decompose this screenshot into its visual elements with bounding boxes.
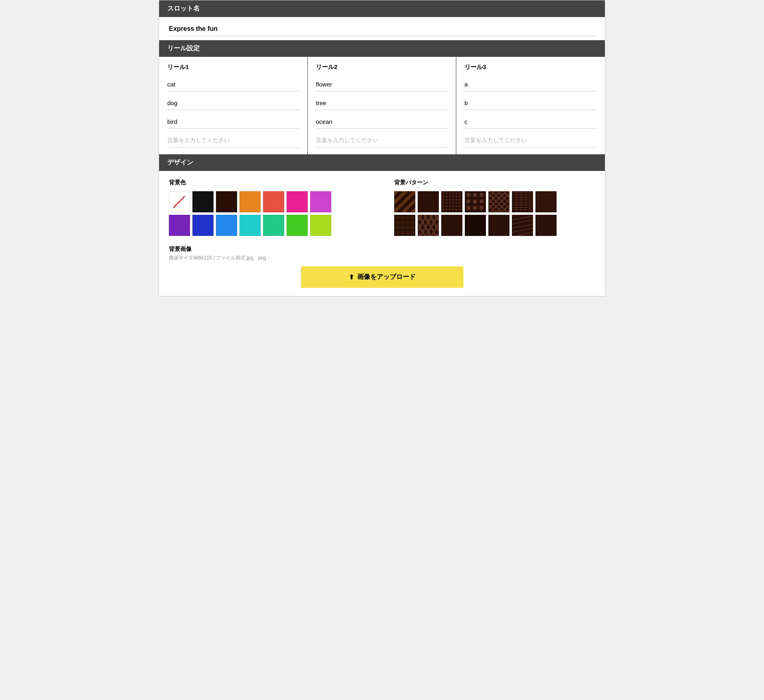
- reel-3-column: リール3 a b c 言葉を入力してください: [456, 57, 605, 154]
- pattern-swatch-chevron[interactable]: [488, 191, 509, 212]
- slot-name-header: スロット名: [159, 0, 605, 17]
- color-swatch-blue-dark[interactable]: [192, 215, 214, 236]
- pattern-swatch-zigzag[interactable]: [512, 191, 533, 212]
- reel-grid: リール1 cat dog bird 言葉を入力してください リール2 flowe…: [159, 57, 605, 154]
- reel-3-item-3[interactable]: c: [464, 115, 597, 129]
- slot-name-header-label: スロット名: [167, 5, 200, 12]
- reel-settings-header: リール設定: [159, 40, 605, 57]
- color-swatch-blue-medium[interactable]: [216, 215, 237, 236]
- reel-2-label: リール2: [316, 63, 448, 71]
- pattern-swatch-spiral[interactable]: [488, 215, 509, 236]
- pattern-swatch-lightning[interactable]: [465, 215, 486, 236]
- pattern-swatch-dots-sm[interactable]: [441, 191, 462, 212]
- reel-1-item-2[interactable]: dog: [167, 96, 299, 110]
- bg-color-section: 背景色: [169, 179, 370, 236]
- reel-1-input[interactable]: 言葉を入力してください: [167, 134, 299, 148]
- pattern-swatch-plaid[interactable]: [394, 215, 415, 236]
- color-swatch-purple-light[interactable]: [310, 191, 331, 212]
- pattern-swatch-star[interactable]: [441, 215, 462, 236]
- color-swatch-teal[interactable]: [263, 215, 284, 236]
- reel-2-column: リール2 flower tree ocean 言葉を入力してください: [308, 57, 456, 154]
- color-swatch-pink[interactable]: [287, 191, 308, 212]
- reel-2-input[interactable]: 言葉を入力してください: [316, 134, 448, 148]
- pattern-grid: [394, 191, 595, 236]
- bg-pattern-label: 背景パターン: [394, 179, 595, 186]
- color-swatch-dark-brown[interactable]: [216, 191, 237, 212]
- upload-icon: ⬆: [349, 273, 354, 281]
- reel-3-item-2[interactable]: b: [464, 96, 597, 110]
- reel-1-column: リール1 cat dog bird 言葉を入力してください: [159, 57, 308, 154]
- upload-button-label: 画像をアップロード: [357, 273, 416, 281]
- color-swatch-black[interactable]: [192, 191, 214, 212]
- bg-image-hint: 推奨サイズ480x115 / ファイル形式 jpg、png: [169, 255, 595, 261]
- pattern-swatch-dots-lg[interactable]: [465, 191, 486, 212]
- pattern-swatch-diagonal[interactable]: [394, 191, 415, 212]
- reel-settings-header-label: リール設定: [167, 45, 200, 52]
- slot-name-body: Express the fun: [159, 17, 605, 40]
- pattern-swatch-triangles[interactable]: [418, 215, 439, 236]
- page-container: スロット名 Express the fun リール設定 リール1 cat dog…: [159, 0, 605, 296]
- reel-3-input[interactable]: 言葉を入力してください: [464, 134, 597, 148]
- color-swatch-none[interactable]: [169, 191, 190, 212]
- pattern-swatch-texture[interactable]: [535, 191, 557, 212]
- bg-image-label: 背景画像: [169, 246, 595, 253]
- reel-1-label: リール1: [167, 63, 299, 71]
- color-swatch-cyan[interactable]: [240, 215, 261, 236]
- reel-1-item-1[interactable]: cat: [167, 78, 299, 91]
- design-body: 背景色: [159, 171, 605, 296]
- color-swatch-yellow-green[interactable]: [310, 215, 331, 236]
- reel-3-item-1[interactable]: a: [464, 78, 597, 91]
- bg-image-section: 背景画像 推奨サイズ480x115 / ファイル形式 jpg、png ⬆ 画像を…: [169, 246, 595, 288]
- reel-2-item-1[interactable]: flower: [316, 78, 448, 91]
- upload-button[interactable]: ⬆ 画像をアップロード: [301, 266, 463, 288]
- design-header: デザイン: [159, 154, 605, 171]
- reel-2-item-3[interactable]: ocean: [316, 115, 448, 129]
- reel-1-item-3[interactable]: bird: [167, 115, 299, 129]
- design-row: 背景色: [169, 179, 595, 236]
- color-swatch-orange[interactable]: [240, 191, 261, 212]
- pattern-swatch-solid-dark[interactable]: [418, 191, 439, 212]
- reel-3-label: リール3: [464, 63, 597, 71]
- bg-pattern-section: 背景パターン: [394, 179, 595, 236]
- reel-2-item-2[interactable]: tree: [316, 96, 448, 110]
- color-swatch-coral[interactable]: [263, 191, 284, 212]
- slot-name-value: Express the fun: [169, 25, 595, 36]
- pattern-swatch-rain[interactable]: [512, 215, 533, 236]
- bg-color-label: 背景色: [169, 179, 370, 186]
- color-grid: [169, 191, 370, 236]
- design-header-label: デザイン: [167, 159, 193, 166]
- color-swatch-purple[interactable]: [169, 215, 190, 236]
- pattern-swatch-solid-brown[interactable]: [535, 215, 557, 236]
- color-swatch-green[interactable]: [287, 215, 308, 236]
